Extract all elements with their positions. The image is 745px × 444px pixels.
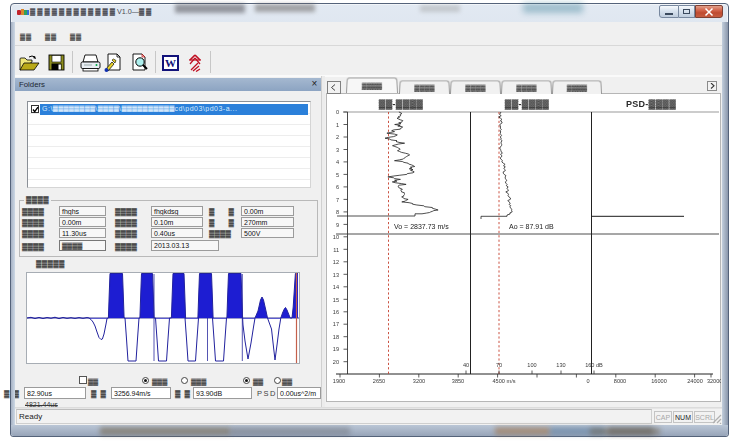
svg-text:17: 17 xyxy=(333,321,339,327)
svg-text:19: 19 xyxy=(333,346,339,352)
svg-text:PSD-▓▓▓▓: PSD-▓▓▓▓ xyxy=(626,99,676,110)
svg-text:15: 15 xyxy=(333,297,339,303)
svg-text:40: 40 xyxy=(463,362,469,368)
svg-text:9: 9 xyxy=(336,222,339,228)
svg-text:13: 13 xyxy=(333,272,339,278)
svg-text:16: 16 xyxy=(333,309,339,315)
svg-text:▓▓-▓▓▓▓: ▓▓-▓▓▓▓ xyxy=(505,99,550,110)
svg-text:3: 3 xyxy=(336,147,339,153)
svg-text:5: 5 xyxy=(336,172,339,178)
svg-text:11: 11 xyxy=(333,247,339,253)
svg-text:18: 18 xyxy=(333,334,339,340)
svg-text:14: 14 xyxy=(333,284,339,290)
svg-text:24000: 24000 xyxy=(687,378,703,384)
svg-text:2: 2 xyxy=(336,134,339,140)
svg-text:12: 12 xyxy=(333,259,339,265)
svg-text:0: 0 xyxy=(336,109,339,115)
svg-text:8000: 8000 xyxy=(614,378,626,384)
svg-text:7: 7 xyxy=(336,197,339,203)
svg-text:70: 70 xyxy=(496,362,502,368)
svg-text:32000 u: 32000 u xyxy=(707,378,721,384)
svg-text:1900: 1900 xyxy=(333,378,345,384)
svg-text:8: 8 xyxy=(336,209,339,215)
svg-text:10: 10 xyxy=(333,234,339,240)
svg-text:16000: 16000 xyxy=(651,378,667,384)
svg-text:160 dB: 160 dB xyxy=(585,362,603,368)
svg-text:4500 m/s: 4500 m/s xyxy=(492,378,515,384)
svg-text:6: 6 xyxy=(336,184,339,190)
svg-text:Ao = 87.91 dB: Ao = 87.91 dB xyxy=(509,223,554,230)
svg-text:Vo = 2837.73 m/s: Vo = 2837.73 m/s xyxy=(394,223,449,230)
svg-text:4: 4 xyxy=(336,159,339,165)
svg-text:▓▓-▓▓▓▓: ▓▓-▓▓▓▓ xyxy=(379,99,424,110)
svg-text:100: 100 xyxy=(527,362,536,368)
svg-text:0: 0 xyxy=(586,378,589,384)
svg-text:20: 20 xyxy=(333,359,339,365)
svg-text:3200: 3200 xyxy=(413,378,425,384)
svg-text:2650: 2650 xyxy=(373,378,385,384)
svg-text:3850: 3850 xyxy=(452,378,464,384)
svg-text:130: 130 xyxy=(556,362,565,368)
svg-text:1: 1 xyxy=(336,122,339,128)
